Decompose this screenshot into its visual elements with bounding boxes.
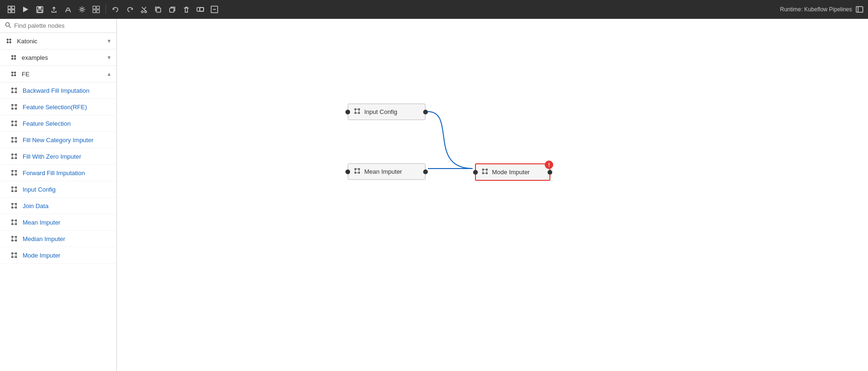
- sidebar-item-mean-imputer[interactable]: Mean Imputer: [0, 214, 116, 231]
- sidebar-item-fill-new-category-imputer[interactable]: Fill New Category Imputer: [0, 132, 116, 148]
- sidebar-item-join-data[interactable]: Join Data: [0, 198, 116, 214]
- sidebar-item-median-imputer[interactable]: Median Imputer: [0, 231, 116, 247]
- paste-button[interactable]: [165, 3, 179, 16]
- feature-selection-label: Feature Selection: [23, 120, 71, 127]
- svg-rect-1: [12, 6, 15, 9]
- input-config-node-icon: [353, 107, 361, 117]
- node-icon: [9, 152, 19, 161]
- runtime-label: Runtime: Kubeflow Pipelines: [780, 6, 852, 13]
- fe-label: FE: [22, 71, 103, 78]
- svg-rect-10: [97, 6, 99, 9]
- node-input-config[interactable]: Input Config: [348, 104, 426, 120]
- mode-imputer-right-port[interactable]: [548, 170, 552, 175]
- svg-rect-9: [93, 6, 96, 9]
- svg-line-14: [144, 7, 146, 9]
- mean-imputer-left-port[interactable]: [345, 169, 350, 174]
- svg-rect-24: [856, 7, 863, 12]
- sidebar-section-fe[interactable]: FE ▲: [0, 66, 116, 82]
- svg-rect-11: [93, 10, 96, 13]
- sidebar-item-backward-fill-imputation[interactable]: Backward Fill Imputation: [0, 82, 116, 99]
- node-icon: [9, 135, 19, 145]
- node-icon: [9, 250, 19, 260]
- input-config-label: Input Config: [23, 186, 56, 193]
- group-button[interactable]: [194, 3, 207, 16]
- node-icon: [9, 119, 19, 128]
- save-button[interactable]: [33, 3, 46, 16]
- examples-icon: [9, 53, 18, 62]
- toolbar: Runtime: Kubeflow Pipelines: [0, 0, 868, 19]
- main-layout: Katonic ▼ examples: [0, 19, 868, 371]
- node-icon: [9, 168, 19, 177]
- mean-imputer-node-label: Mean Imputer: [364, 168, 402, 175]
- separator-1: [106, 5, 106, 14]
- redo-button[interactable]: [123, 3, 136, 16]
- grid-button[interactable]: [90, 3, 103, 16]
- node-icon: [9, 102, 19, 112]
- katonic-icon: [5, 37, 13, 45]
- input-config-left-port[interactable]: [345, 110, 350, 114]
- sidebar-item-fill-with-zero-imputer[interactable]: Fill With Zero Imputer: [0, 148, 116, 165]
- input-config-right-port[interactable]: [423, 110, 428, 114]
- runtime-icon: [856, 6, 863, 13]
- svg-rect-0: [8, 6, 11, 9]
- sidebar-section-examples[interactable]: examples ▼: [0, 49, 116, 66]
- mode-imputer-node-label: Mode Imputer: [492, 169, 530, 176]
- canvas[interactable]: Input Config Mean Imputer: [117, 19, 868, 371]
- sidebar-item-feature-selection[interactable]: Feature Selection: [0, 115, 116, 132]
- mean-imputer-right-port[interactable]: [423, 169, 428, 174]
- node-icon: [9, 201, 19, 210]
- run-button[interactable]: [19, 3, 32, 16]
- sidebar-item-feature-selection-rfe[interactable]: Feature Selection(RFE): [0, 99, 116, 115]
- svg-rect-2: [8, 10, 11, 13]
- examples-chevron: ▼: [106, 55, 112, 60]
- expand-button[interactable]: [208, 3, 221, 16]
- search-input[interactable]: [14, 22, 112, 29]
- node-icon: [9, 218, 19, 227]
- undo-button[interactable]: [109, 3, 122, 16]
- clear-button[interactable]: [61, 3, 74, 16]
- fill-with-zero-imputer-label: Fill With Zero Imputer: [23, 153, 81, 160]
- svg-rect-18: [170, 8, 174, 12]
- svg-point-16: [145, 11, 147, 13]
- sidebar: Katonic ▼ examples: [0, 19, 117, 371]
- sidebar-item-mode-imputer[interactable]: Mode Imputer: [0, 247, 116, 264]
- katonic-chevron: ▼: [106, 38, 112, 44]
- search-icon: [5, 22, 11, 30]
- mode-imputer-error-badge: !: [545, 161, 553, 169]
- settings-button[interactable]: [75, 3, 89, 16]
- copy-button[interactable]: [151, 3, 164, 16]
- median-imputer-label: Median Imputer: [23, 235, 65, 242]
- svg-rect-7: [38, 10, 42, 12]
- delete-button[interactable]: [180, 3, 193, 16]
- runtime-info: Runtime: Kubeflow Pipelines: [780, 6, 863, 13]
- sidebar-item-forward-fill-imputation[interactable]: Forward Fill Imputation: [0, 165, 116, 181]
- node-icon: [9, 234, 19, 243]
- sidebar-item-input-config[interactable]: Input Config: [0, 181, 116, 198]
- mode-imputer-label: Mode Imputer: [23, 252, 60, 259]
- fe-icon: [9, 70, 18, 78]
- node-icon: [9, 86, 19, 95]
- backward-fill-imputation-label: Backward Fill Imputation: [23, 87, 90, 94]
- svg-rect-12: [97, 10, 99, 13]
- mode-imputer-left-port[interactable]: [473, 170, 478, 175]
- svg-rect-3: [12, 10, 15, 13]
- examples-label: examples: [22, 54, 103, 61]
- sidebar-content: Katonic ▼ examples: [0, 33, 116, 371]
- mean-imputer-label: Mean Imputer: [23, 219, 60, 226]
- cut-button[interactable]: [137, 3, 150, 16]
- fill-new-category-imputer-label: Fill New Category Imputer: [23, 137, 93, 144]
- forward-fill-imputation-label: Forward Fill Imputation: [23, 169, 85, 177]
- pipeline-connections: [117, 19, 868, 371]
- mode-imputer-node-icon: [481, 167, 489, 177]
- export-button[interactable]: [47, 3, 60, 16]
- svg-rect-17: [156, 8, 161, 12]
- sidebar-section-katonic[interactable]: Katonic ▼: [0, 33, 116, 49]
- input-config-node-label: Input Config: [364, 108, 397, 115]
- connection-input-config-to-mode-imputer: [428, 112, 473, 169]
- node-mode-imputer[interactable]: Mode Imputer !: [475, 163, 550, 181]
- svg-rect-20: [200, 8, 204, 11]
- fit-view-button[interactable]: [5, 3, 18, 16]
- join-data-label: Join Data: [23, 202, 49, 210]
- feature-selection-rfe-label: Feature Selection(RFE): [23, 104, 87, 111]
- node-mean-imputer[interactable]: Mean Imputer: [348, 163, 426, 180]
